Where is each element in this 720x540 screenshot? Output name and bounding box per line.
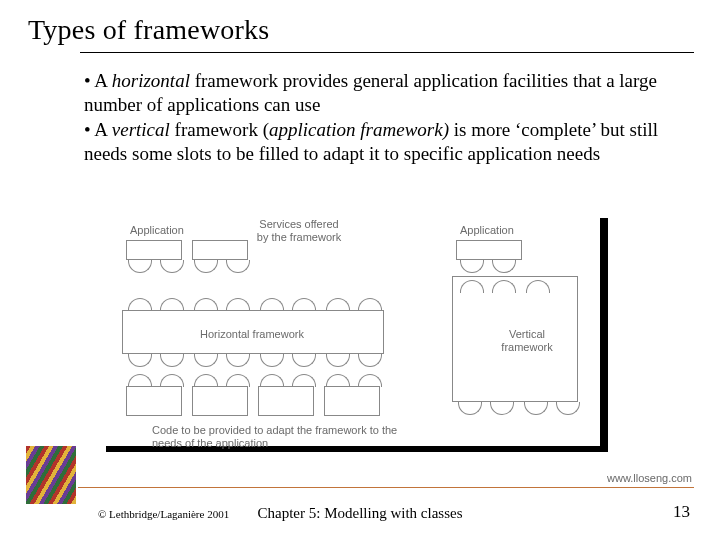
bullet2-pre: • A <box>84 119 112 140</box>
slot-icon <box>358 354 382 367</box>
peg-row <box>128 298 184 311</box>
slot-icon <box>460 260 484 273</box>
peg-icon <box>326 374 350 387</box>
peg-icon <box>526 280 550 293</box>
slot-row <box>260 354 316 367</box>
peg-icon <box>358 374 382 387</box>
bullet2-mid: framework ( <box>170 119 269 140</box>
bullet2-em2: application framework) <box>269 119 449 140</box>
bullet1-em: horizontal <box>112 70 190 91</box>
peg-row <box>260 298 316 311</box>
peg-icon <box>128 374 152 387</box>
chapter-label: Chapter 5: Modelling with classes <box>0 505 720 522</box>
peg-row <box>194 374 250 387</box>
source-url: www.lloseng.com <box>607 472 692 484</box>
slot-icon <box>194 354 218 367</box>
peg-icon <box>260 374 284 387</box>
slot-row <box>460 260 516 273</box>
peg-icon <box>160 374 184 387</box>
supply-box <box>324 386 380 416</box>
peg-row <box>260 374 316 387</box>
slot-icon <box>226 354 250 367</box>
slot-icon <box>490 402 514 415</box>
bullet2-em: vertical <box>112 119 170 140</box>
diagram: Application Services offered by the fram… <box>106 218 608 458</box>
slot-row <box>326 354 382 367</box>
slot-row <box>128 260 184 273</box>
footer-rule <box>78 487 694 488</box>
peg-row <box>128 374 184 387</box>
supply-box <box>192 386 248 416</box>
peg-icon <box>260 298 284 311</box>
page-number: 13 <box>673 502 690 522</box>
slot-icon <box>160 260 184 273</box>
peg-icon <box>358 298 382 311</box>
peg-icon <box>194 374 218 387</box>
slot-icon <box>226 260 250 273</box>
peg-icon <box>292 374 316 387</box>
peg-row <box>326 374 382 387</box>
peg-icon <box>460 280 484 293</box>
slot-icon <box>524 402 548 415</box>
peg-icon <box>194 298 218 311</box>
peg-icon <box>492 280 516 293</box>
h-framework-label: Horizontal framework <box>200 328 304 341</box>
peg-row <box>326 298 382 311</box>
slot-icon <box>128 260 152 273</box>
slot-row <box>128 354 184 367</box>
supply-box <box>126 386 182 416</box>
slot-icon <box>160 354 184 367</box>
slot-icon <box>556 402 580 415</box>
slot-icon <box>260 354 284 367</box>
slot-icon <box>458 402 482 415</box>
slot-icon <box>292 354 316 367</box>
peg-icon <box>226 298 250 311</box>
v-framework-label: Vertical framework <box>492 328 562 353</box>
peg-icon <box>128 298 152 311</box>
app-box <box>126 240 182 260</box>
peg-icon <box>160 298 184 311</box>
slot-icon <box>128 354 152 367</box>
services-label: Services offered by the framework <box>254 218 344 243</box>
peg-row <box>194 298 250 311</box>
peg-row <box>526 280 550 293</box>
peg-row <box>460 280 516 293</box>
peg-icon <box>292 298 316 311</box>
bullet1-pre: • A <box>84 70 112 91</box>
slot-row <box>194 354 250 367</box>
slot-row <box>194 260 250 273</box>
app-label-left: Application <box>130 224 184 237</box>
slot-icon <box>492 260 516 273</box>
app-label-right: Application <box>460 224 514 237</box>
diagram-bottom-caption: Code to be provided to adapt the framewo… <box>152 424 452 449</box>
supply-box <box>258 386 314 416</box>
app-box <box>192 240 248 260</box>
peg-icon <box>326 298 350 311</box>
decorative-weave-icon <box>26 446 76 504</box>
slot-icon <box>326 354 350 367</box>
app-box <box>456 240 522 260</box>
body-text: • A horizontal framework provides genera… <box>0 53 720 166</box>
slot-row <box>458 402 514 415</box>
slot-icon <box>194 260 218 273</box>
slide-title: Types of frameworks <box>0 0 720 46</box>
peg-icon <box>226 374 250 387</box>
slot-row <box>524 402 580 415</box>
